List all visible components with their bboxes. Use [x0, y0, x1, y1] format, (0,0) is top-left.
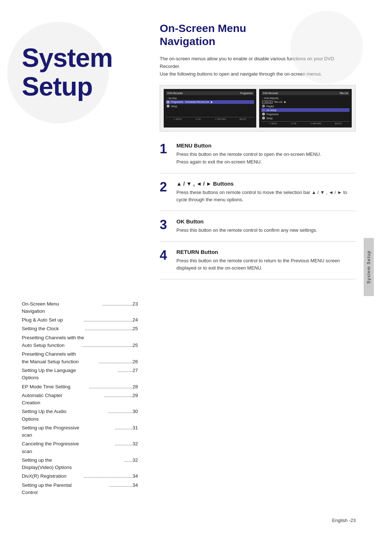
toc-page-13: ......32 — [80, 457, 138, 472]
step-2-title: ▲ / ▼ , ◄ / ► Buttons — [176, 181, 356, 187]
step-2: 2 ▲ / ▼ , ◄ / ► Buttons Press these butt… — [160, 173, 356, 211]
mock-screen-1-header-left: DVD-Recorder — [167, 92, 183, 94]
screenshot-mockup: DVD-Recorder Programme ○ No Disc Program… — [160, 85, 356, 132]
mock-icon-3 — [262, 105, 265, 108]
toc-page-14: ....................................34 — [80, 473, 138, 480]
toc-label-9: Automatic Chapter Creation — [22, 392, 80, 407]
toc-page-15: .................34 — [80, 482, 138, 497]
toc-item-0: On-Screen Menu Navigation ..............… — [22, 300, 138, 315]
mock-screen-2-header-right: Title List — [339, 92, 348, 94]
toc-label-7: Setting Up the Language Options — [22, 367, 80, 382]
mock-screen-2-row-2: Playlist — [261, 104, 350, 108]
step-3-number: 3 — [160, 218, 171, 234]
toc-page-4: .....................................25 — [80, 342, 138, 349]
toc-item-14: DivX(R) Registration ...................… — [22, 473, 138, 480]
toc-item-6: the Manual Setup function ..............… — [22, 358, 138, 365]
mock-screen-1-header-right: Programme — [240, 92, 253, 94]
mock-icon-2 — [167, 105, 170, 108]
step-4-desc: Press this button on the remote control … — [176, 257, 356, 272]
toc-item-15: Setting up the Parental Control ........… — [22, 482, 138, 497]
toc-label-6: the Manual Setup function — [22, 358, 80, 365]
right-panel: On-Screen MenuNavigation The on-screen m… — [142, 0, 374, 534]
step-4-number: 4 — [160, 249, 171, 272]
step-4-content: RETURN Button Press this button on the r… — [176, 249, 356, 272]
mock-icon-4 — [262, 109, 265, 112]
mock-screen-2-dvd: ○ DVD-RW(VR) — [261, 97, 350, 100]
toc-item-9: Automatic Chapter Creation .............… — [22, 392, 138, 407]
toc-label-1: Plug & Auto Set up — [22, 316, 80, 324]
toc-label-4: Auto Setup function — [22, 342, 80, 349]
mock-screen-1-spacer — [166, 108, 254, 116]
toc-item-2: Setting the Clock ......................… — [22, 325, 138, 332]
toc-item-3: Presetting Channels with the — [22, 334, 138, 342]
mock-screen-1-footer: ⇦ MOVE ⊙ OK ↩ RETURN ⊞ EXIT — [166, 117, 254, 121]
toc-item-11: Setting up the Progressive scan ........… — [22, 424, 138, 439]
side-tab: System Setup — [364, 238, 374, 296]
page-footer: English -23 — [332, 518, 356, 523]
toc-page-6: .........................26 — [80, 358, 138, 365]
toc-label-15: Setting up the Parental Control — [22, 482, 80, 497]
toc-item-8: EP Mode Time Setting ...................… — [22, 383, 138, 391]
toc-item-13: Setting up the Display(Video) Options ..… — [22, 457, 138, 472]
mock-screen-2: DVD-Recorder Title List ○ DVD-RW(VR) □ T… — [259, 89, 352, 128]
step-1-number: 1 — [160, 142, 171, 165]
toc-label-13: Setting up the Display(Video) Options — [22, 457, 80, 472]
toc-page-2: ...................................25 — [80, 325, 138, 332]
toc-label-10: Setting Up the Audio Options — [22, 408, 80, 423]
step-2-number: 2 — [160, 181, 171, 203]
title-system: System — [22, 44, 113, 72]
toc-label-11: Setting up the Progressive scan — [22, 424, 80, 439]
mock-screen-2-header: DVD-Recorder Title List — [261, 91, 350, 95]
step-3-title: OK Button — [176, 218, 356, 224]
toc-page-10: ..................30 — [80, 408, 138, 423]
toc-item-7: Setting Up the Language Options ........… — [22, 367, 138, 382]
toc-item-5: Presetting Channels with — [22, 351, 138, 358]
toc-label-2: Setting the Clock — [22, 325, 80, 332]
toc-label-12: Canceling the Progressive scan — [22, 440, 80, 455]
title-setup: Setup — [22, 72, 113, 101]
mock-screen-2-row-1: □ Title List Title List ▶ — [261, 100, 350, 104]
mock-screen-2-footer: ⇦ MOVE ⊙ OK ↩ RETURN ⊞ EXIT — [261, 121, 350, 125]
toc-label-8: EP Mode Time Setting — [22, 383, 80, 391]
step-1: 1 MENU Button Press this button on the r… — [160, 142, 356, 173]
toc-item-1: Plug & Auto Set up .....................… — [22, 316, 138, 324]
toc-page-8: ................................28 — [80, 383, 138, 391]
mock-screen-1-no-disc: ○ No Disc — [166, 97, 254, 100]
step-1-title: MENU Button — [176, 142, 356, 149]
left-panel: System Setup On-Screen Menu Navigation .… — [0, 0, 142, 534]
step-3-content: OK Button Press this button on the remot… — [176, 218, 356, 234]
mock-screen-2-row-3: Go Setup — [261, 108, 350, 112]
left-panel-title: System Setup — [22, 44, 113, 101]
toc-page-12: .............32 — [80, 440, 138, 455]
step-2-desc: Press these buttons on remote control to… — [176, 189, 356, 203]
toc-label-0: On-Screen Menu Navigation — [22, 300, 80, 315]
mock-screen-1-row-2: Setup — [166, 104, 254, 108]
step-1-content: MENU Button Press this button on the rem… — [176, 142, 356, 165]
step-1-desc: Press this button on the remote control … — [176, 151, 356, 165]
mock-icon-5 — [262, 113, 265, 116]
toc-item-10: Setting Up the Audio Options ...........… — [22, 408, 138, 423]
mock-screen-2-row-4: Programme — [261, 112, 350, 116]
step-3: 3 OK Button Press this button on the rem… — [160, 211, 356, 242]
toc-page-9: .....................29 — [80, 392, 138, 407]
mock-icon-1 — [167, 101, 170, 104]
step-3-desc: Press this button on the remote control … — [176, 227, 356, 234]
mock-screen-1: DVD-Recorder Programme ○ No Disc Program… — [164, 89, 256, 128]
page-footer-text: English -23 — [332, 518, 356, 523]
step-4-title: RETURN Button — [176, 249, 356, 255]
step-2-content: ▲ / ▼ , ◄ / ► Buttons Press these button… — [176, 181, 356, 203]
toc-label-14: DivX(R) Registration — [22, 473, 80, 480]
toc-page-11: .............31 — [80, 424, 138, 439]
mock-screen-2-row-5: Setup — [261, 116, 350, 120]
toc-page-0: ......................23 — [80, 300, 138, 315]
toc-item-4: Auto Setup function ....................… — [22, 342, 138, 349]
mock-screen-1-header: DVD-Recorder Programme — [166, 91, 254, 95]
mock-icon-6 — [262, 117, 265, 120]
table-of-contents: On-Screen Menu Navigation ..............… — [22, 300, 138, 498]
steps-container: 1 MENU Button Press this button on the r… — [160, 142, 356, 279]
toc-item-12: Canceling the Progressive scan .........… — [22, 440, 138, 455]
step-4: 4 RETURN Button Press this button on the… — [160, 242, 356, 279]
mock-screen-2-header-left: DVD-Recorder — [263, 92, 278, 94]
mock-screen-1-row-1: Programme Scheduled Record List ▶ — [166, 100, 254, 104]
toc-page-1: ....................................24 — [80, 316, 138, 324]
